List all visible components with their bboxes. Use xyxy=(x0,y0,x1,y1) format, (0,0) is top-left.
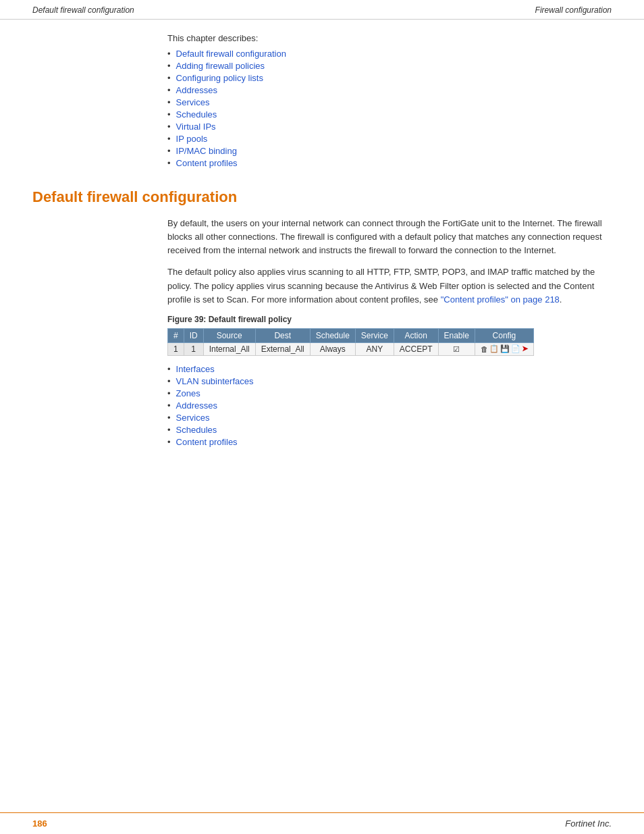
list-item: Configuring policy lists xyxy=(167,73,612,83)
move-icon[interactable]: 📄 xyxy=(511,344,520,353)
arrow-icon[interactable]: ➤ xyxy=(522,344,528,353)
list-item: Addresses xyxy=(167,400,612,411)
content-area: This chapter describes: Default firewall… xyxy=(0,20,644,463)
list-item: Schedules xyxy=(167,425,612,435)
list-item: Services xyxy=(167,413,612,423)
delete-icon[interactable]: 🗑 xyxy=(481,345,488,353)
link-content-profiles-1[interactable]: Content profiles xyxy=(176,158,238,168)
cell-num: 1 xyxy=(168,342,184,355)
link-adding-policies[interactable]: Adding firewall policies xyxy=(176,61,265,71)
col-header-dest: Dest xyxy=(255,328,310,342)
link-vlan-subinterfaces[interactable]: VLAN subinterfaces xyxy=(176,376,254,386)
list-item: IP pools xyxy=(167,134,612,144)
policy-table: # ID Source Dest Schedule Service Action… xyxy=(167,328,534,356)
page-number: 186 xyxy=(32,818,47,829)
col-header-action: Action xyxy=(394,328,438,342)
body-para-1: By default, the users on your internal n… xyxy=(167,217,612,257)
enable-checkbox: ☑ xyxy=(453,345,460,353)
header-right: Firewall configuration xyxy=(535,5,612,15)
col-header-source: Source xyxy=(203,328,255,342)
col-header-id: ID xyxy=(184,328,203,342)
link-ip-mac[interactable]: IP/MAC binding xyxy=(176,146,237,156)
intro-section: This chapter describes: Default firewall… xyxy=(167,33,612,168)
link-addresses-2[interactable]: Addresses xyxy=(176,400,217,411)
list-item: Content profiles xyxy=(167,158,612,168)
section-heading: Default firewall configuration xyxy=(32,188,612,206)
list-item: Default firewall configuration xyxy=(167,49,612,59)
col-header-num: # xyxy=(168,328,184,342)
link-services-2[interactable]: Services xyxy=(176,413,210,423)
intro-link-list: Default firewall configuration Adding fi… xyxy=(167,49,612,168)
body-para-2: The default policy also applies virus sc… xyxy=(167,265,612,306)
body-para-2-end: . xyxy=(560,294,562,305)
edit-icon[interactable]: 📋 xyxy=(489,344,499,353)
list-item: Schedules xyxy=(167,109,612,120)
list-item: Interfaces xyxy=(167,364,612,374)
page-header: Default firewall configuration Firewall … xyxy=(0,0,644,20)
link-interfaces[interactable]: Interfaces xyxy=(176,364,215,374)
secondary-link-list: Interfaces VLAN subinterfaces Zones Addr… xyxy=(167,364,612,447)
cell-enable: ☑ xyxy=(438,342,475,355)
figure-caption: Figure 39: Default firewall policy xyxy=(167,315,612,324)
link-ip-pools[interactable]: IP pools xyxy=(176,134,208,144)
cell-service: ANY xyxy=(355,342,394,355)
copy-icon[interactable]: 💾 xyxy=(500,344,510,353)
cell-config: 🗑 📋 💾 📄 ➤ xyxy=(475,342,533,355)
intro-description: This chapter describes: xyxy=(167,33,612,43)
link-services-1[interactable]: Services xyxy=(176,97,210,107)
config-icons: 🗑 📋 💾 📄 ➤ xyxy=(481,344,528,353)
company-name: Fortinet Inc. xyxy=(565,818,612,829)
list-item: Content profiles xyxy=(167,437,612,447)
list-item: IP/MAC binding xyxy=(167,146,612,156)
page-footer: 186 Fortinet Inc. xyxy=(0,812,644,834)
list-item: Addresses xyxy=(167,85,612,95)
link-schedules-2[interactable]: Schedules xyxy=(176,425,217,435)
col-header-config: Config xyxy=(475,328,533,342)
cell-dest: External_All xyxy=(255,342,310,355)
link-configuring-policy[interactable]: Configuring policy lists xyxy=(176,73,263,83)
col-header-service: Service xyxy=(355,328,394,342)
table-row: 1 1 Internal_All External_All Always ANY… xyxy=(168,342,534,355)
col-header-schedule: Schedule xyxy=(310,328,355,342)
list-item: Adding firewall policies xyxy=(167,61,612,71)
link-schedules-1[interactable]: Schedules xyxy=(176,109,217,120)
list-item: Virtual IPs xyxy=(167,122,612,132)
list-item: Zones xyxy=(167,388,612,398)
cell-action: ACCEPT xyxy=(394,342,438,355)
link-content-profiles-ref[interactable]: "Content profiles" on page 218 xyxy=(441,294,560,305)
cell-id: 1 xyxy=(184,342,203,355)
cell-schedule: Always xyxy=(310,342,355,355)
body-section: By default, the users on your internal n… xyxy=(167,217,612,447)
link-virtual-ips[interactable]: Virtual IPs xyxy=(176,122,216,132)
link-content-profiles-2[interactable]: Content profiles xyxy=(176,437,238,447)
link-zones[interactable]: Zones xyxy=(176,388,200,398)
link-addresses[interactable]: Addresses xyxy=(176,85,217,95)
link-default-firewall[interactable]: Default firewall configuration xyxy=(176,49,286,59)
header-left: Default firewall configuration xyxy=(32,5,134,15)
list-item: Services xyxy=(167,97,612,107)
list-item: VLAN subinterfaces xyxy=(167,376,612,386)
page-container: Default firewall configuration Firewall … xyxy=(0,0,644,834)
col-header-enable: Enable xyxy=(438,328,475,342)
cell-source: Internal_All xyxy=(203,342,255,355)
